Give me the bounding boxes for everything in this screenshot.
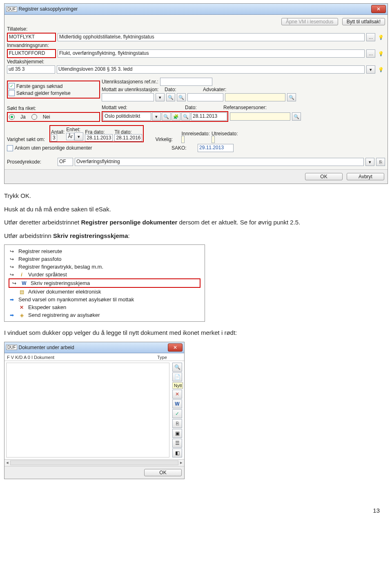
blank-icon	[9, 305, 15, 310]
text-husk: Husk at du nå må endre saken til eSak.	[4, 205, 388, 214]
ved-desc-input[interactable]: Utlendingsloven 2008 § 35 3. ledd	[57, 65, 365, 74]
dropdown-icon[interactable]: ▾	[156, 93, 165, 101]
arrow-icon: ↪	[11, 280, 18, 286]
list-item[interactable]: ▤Arkiver dokumenter elektronisk	[9, 288, 200, 296]
ja-label: Ja	[20, 114, 26, 120]
innvandringsgrunn-label: Innvandringsgrunn:	[7, 43, 49, 48]
ved-code-input[interactable]: utl 35 3	[7, 65, 55, 74]
list-item[interactable]: ↪Registrer fingeravtrykk, beslag m.m.	[9, 263, 200, 271]
bulb-icon: 💡	[377, 50, 385, 57]
tool-icon[interactable]: ◧	[172, 448, 182, 457]
close-icon: ✕	[18, 305, 25, 310]
utenriks-ref-input[interactable]	[160, 78, 212, 86]
fornyelse-label: Søknad gjelder fornyelse	[16, 90, 71, 96]
list-item[interactable]: ↪Registrer passfoto	[9, 255, 200, 263]
side-toolbar: 🔍 📄 Nytt ✕ W ✓ ⎘ ▣ ☰ ◧	[171, 361, 184, 459]
bulb-icon: 💡	[377, 66, 385, 73]
innreise-label: Innreisedato:	[181, 131, 209, 137]
antall-input[interactable]: 3	[51, 134, 57, 141]
list-item[interactable]: ↪Registrer reiserute	[9, 247, 200, 255]
tool-icon[interactable]: 🔍	[181, 112, 190, 121]
scroll-left-icon[interactable]: ◂	[6, 460, 9, 465]
more-button[interactable]: …	[366, 33, 375, 41]
screenshot-task-list: ↪Registrer reiserute ↪Registrer passfoto…	[4, 244, 205, 322]
bulb-icon: 💡	[377, 34, 385, 41]
sako-input[interactable]: 29.11.2013	[198, 144, 234, 152]
dropdown-icon[interactable]: ▾	[74, 132, 83, 141]
innv-desc-input[interactable]: Flukt, overføringsflyktning, flyktningst…	[58, 49, 365, 58]
ok-button[interactable]: OK	[305, 173, 343, 180]
delete-icon[interactable]: ✕	[172, 390, 182, 399]
forste-checkbox[interactable]: ✓	[9, 83, 15, 89]
ok-button[interactable]: OK	[144, 469, 182, 476]
tool-icon[interactable]: ☰	[172, 439, 182, 448]
window-title: Dokumenter under arbeid	[19, 345, 74, 350]
dropdown-button[interactable]: ▾	[366, 65, 375, 74]
check-icon[interactable]: ✓	[172, 409, 182, 418]
til-dato-input[interactable]: 28.11.2016	[114, 134, 142, 141]
send-icon: ➡	[9, 297, 15, 303]
switch-case-button[interactable]: Bytt til utfallsak!	[342, 18, 385, 25]
close-icon[interactable]: ✕	[371, 5, 386, 13]
tillatelse-label: Tillatelse:	[7, 26, 56, 32]
mottatt-av-input[interactable]	[102, 93, 154, 101]
scroll-right-icon[interactable]: ▸	[180, 460, 183, 465]
mottatt-ved-input[interactable]: Oslo politidistrikt	[103, 112, 151, 121]
search-icon[interactable]: 🔍	[172, 363, 182, 372]
list-item[interactable]: ➡Send varsel om nyankommet asylsøker til…	[9, 296, 200, 303]
fornyelse-checkbox[interactable]	[9, 90, 15, 96]
dato-input[interactable]	[187, 93, 223, 101]
new-document-button[interactable]: 📄	[172, 372, 182, 381]
tooltip: Nytt	[172, 382, 183, 389]
window-titlebar: DUF Registrer saksopplysninger ✕	[4, 4, 388, 15]
more-button[interactable]: …	[366, 49, 375, 58]
refpers-input[interactable]	[230, 112, 290, 121]
mottatt-dato-input[interactable]: 28.11.2013	[191, 112, 227, 121]
nei-label: Nei	[43, 114, 50, 120]
tool-icon[interactable]: ⎘	[172, 419, 182, 428]
text-utfor-registrer: Utfør deretter arbeidstrinnet Registrer …	[4, 218, 388, 227]
fra-dato-input[interactable]: 28.11.2013	[85, 134, 113, 141]
prosedyre-desc-input[interactable]: Overføringsflyktning	[75, 158, 364, 166]
search-icon[interactable]: 🔍	[166, 93, 175, 101]
table-icon: ▤	[18, 289, 25, 295]
innreise-input[interactable]	[181, 136, 185, 143]
arrow-icon: ↪	[9, 272, 15, 278]
advokater-label: Advokater:	[203, 87, 226, 92]
document-list[interactable]	[6, 363, 169, 457]
dropdown-icon[interactable]: ▾	[365, 158, 374, 166]
search-icon[interactable]: 🔍	[177, 93, 186, 101]
screenshot-dokumenter: DUF Dokumenter under arbeid ✕ F V K/D A …	[4, 342, 185, 479]
advokater-input[interactable]	[225, 93, 285, 101]
tillatelse-desc-input[interactable]: Midlertidig oppholdstillatelse, flyktnin…	[58, 33, 365, 41]
tool-icon[interactable]: 🔍	[162, 112, 171, 121]
utreise-input[interactable]	[212, 136, 215, 143]
mottatt-ved-label: Mottatt ved:	[102, 105, 183, 110]
text-trykk-ok: Trykk OK.	[4, 191, 388, 201]
prosedyre-code-input[interactable]: OF	[58, 158, 73, 166]
ankom-checkbox[interactable]	[7, 145, 13, 151]
list-item-selected[interactable]: ↪WSkriv registreringsskjema	[9, 278, 200, 288]
screenshot-registrer-saksopplysninger: DUF Registrer saksopplysninger ✕ Åpne VM…	[4, 3, 388, 184]
tool-icon[interactable]: 🧩	[172, 112, 180, 121]
list-item[interactable]: ✕Ekspeder saken	[9, 303, 200, 311]
ja-radio[interactable]	[9, 114, 15, 120]
tool-icon[interactable]: ⎘	[376, 158, 385, 166]
nei-radio[interactable]	[31, 114, 37, 120]
close-icon[interactable]: ✕	[168, 343, 183, 352]
enhet-input[interactable]: År	[66, 133, 74, 140]
innv-code-input[interactable]: FLUKTOFFORD	[7, 49, 56, 58]
avbryt-button[interactable]: Avbryt	[347, 173, 384, 180]
app-icon: DUF	[6, 7, 17, 12]
dropdown-icon[interactable]: ▾	[152, 112, 161, 121]
search-icon[interactable]: 🔍	[292, 112, 301, 121]
tool-icon[interactable]: ▣	[172, 429, 182, 438]
open-vm-button[interactable]: Åpne VM i lesemodus	[281, 18, 338, 25]
list-item[interactable]: ↪iVurder språktest	[9, 271, 200, 278]
word-icon[interactable]: W	[172, 399, 182, 408]
tillatelse-code-input[interactable]: MOTFLYKT	[7, 33, 56, 42]
mottatt-av-label: Mottatt av utenriksstasjon:	[102, 87, 163, 92]
search-icon[interactable]: 🔍	[287, 93, 296, 101]
horizontal-scrollbar[interactable]: ◂ ▸	[4, 459, 184, 466]
list-item[interactable]: ➡◈Send registrering av asylsøker	[9, 311, 200, 319]
